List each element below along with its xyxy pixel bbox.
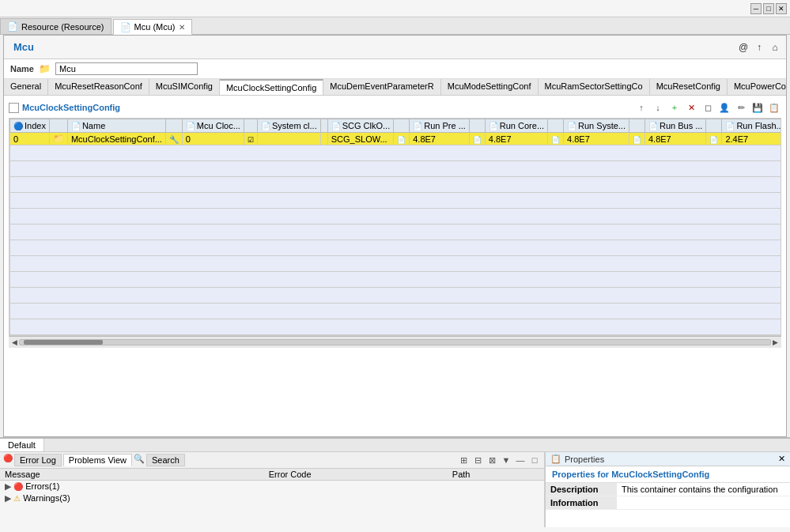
app-toolbar: Mcu @ ↑ ⌂ (4, 36, 786, 59)
app-title: Mcu (9, 38, 39, 56)
col-empty5 (394, 119, 410, 133)
tab-mcuclocksetting[interactable]: McuClockSettingConfig (220, 79, 323, 95)
col-index[interactable]: 🔵Index (10, 119, 50, 133)
copy-icon[interactable]: ◻ (701, 100, 715, 115)
dropdown-icon[interactable]: ▼ (500, 454, 512, 466)
scroll-left-arrow[interactable]: ◀ (10, 338, 19, 346)
col-scg-clko[interactable]: 📄SCG ClkO... (327, 119, 394, 133)
empty-row (10, 319, 782, 335)
tab-bar: 📄 Resource (Resource) 📄 Mcu (Mcu) ✕ (0, 17, 790, 35)
col-run-pre[interactable]: 📄Run Pre ... (410, 119, 470, 133)
error-expand-icon[interactable]: ▶ (5, 481, 11, 491)
tab-general[interactable]: General (4, 79, 48, 95)
tab-error-log[interactable]: Error Log (14, 454, 62, 466)
properties-header: 📋 Properties ✕ (546, 452, 790, 466)
cell-name-icon: 🔧 (165, 133, 182, 145)
tab-resource[interactable]: 📄 Resource (Resource) (0, 18, 112, 34)
col-empty2 (165, 119, 182, 133)
tab-mcupowercontrol[interactable]: McuPowerControlUnit (728, 79, 786, 95)
cell-scg-clko: SCG_SLOW... (327, 133, 394, 145)
close-button[interactable]: ✕ (776, 3, 787, 14)
error-icon: 🔴 (13, 482, 23, 491)
delete-row-icon[interactable]: ✕ (684, 100, 698, 115)
cell-mcu-cloc: 0 (182, 133, 244, 145)
add-row-icon[interactable]: + (667, 100, 682, 115)
col-run-core[interactable]: 📄Run Core... (485, 119, 547, 133)
col-run-bus[interactable]: 📄Run Bus ... (644, 119, 705, 133)
title-bar-controls: ─ □ ✕ (750, 3, 787, 14)
move-up-icon[interactable]: ↑ (634, 100, 648, 115)
scroll-thumb[interactable] (24, 340, 103, 345)
tab-mcuramsector[interactable]: McuRamSectorSettingCo (539, 79, 650, 95)
prop-description-row: Description This container contains the … (546, 483, 790, 496)
problems-left: 🔴 Error Log Problems View 🔍 Search (0, 452, 545, 527)
col-mcu-cloc[interactable]: 📄Mcu Cloc... (182, 119, 244, 133)
name-row: Name 📁 (4, 59, 786, 79)
tab-problems-view[interactable]: Problems View (63, 454, 132, 466)
expand-all-icon[interactable]: ⊞ (457, 454, 470, 466)
error-row[interactable]: ▶ 🔴 Errors(1) (0, 481, 544, 493)
tab-mcu[interactable]: 📄 Mcu (Mcu) ✕ (113, 19, 192, 35)
prop-description-label: Description (546, 483, 617, 496)
col-name[interactable]: 📄Name (67, 119, 165, 133)
col-path[interactable]: Path (448, 469, 544, 481)
col-empty3 (244, 119, 257, 133)
section-checkbox[interactable] (9, 103, 19, 113)
minimize-panel-icon[interactable]: — (514, 454, 527, 466)
user-icon[interactable]: 👤 (717, 100, 731, 115)
col-error-code[interactable]: Error Code (264, 469, 448, 481)
error-log-icon: 🔴 (3, 454, 13, 466)
prop-description-value: This container contains the configuratio… (617, 483, 790, 496)
prop-information-row: Information (546, 496, 790, 510)
col-message[interactable]: Message (0, 469, 264, 481)
section-title[interactable]: McuClockSettingConfig (22, 103, 120, 112)
warning-row[interactable]: ▶ ⚠ Warnings(3) (0, 492, 544, 504)
tab-mcu-label: Mcu (Mcu) (134, 22, 176, 32)
empty-row (10, 145, 782, 161)
error-code-cell (264, 481, 448, 493)
tab-mcu-close[interactable]: ✕ (179, 23, 185, 32)
clipboard-icon[interactable]: 📋 (767, 100, 781, 115)
filter-icon[interactable]: ⊠ (486, 454, 498, 466)
table-row[interactable]: 0 📁 McuClockSettingConf... 🔧 0 ☑ SCG_SLO… (10, 133, 782, 145)
tab-mcusimconfig[interactable]: McuSIMConfig (149, 79, 220, 95)
maximize-button[interactable]: □ (763, 3, 774, 14)
move-down-icon[interactable]: ↓ (651, 100, 665, 115)
minimize-button[interactable]: ─ (750, 3, 762, 14)
name-input[interactable] (55, 62, 198, 75)
scroll-track[interactable] (19, 339, 771, 345)
warning-expand-icon[interactable]: ▶ (5, 493, 11, 503)
tab-mcuresetreason[interactable]: McuResetReasonConf (48, 79, 149, 95)
col-empty6 (469, 119, 485, 133)
maximize-panel-icon[interactable]: □ (528, 454, 541, 466)
tab-mcudemevent[interactable]: McuDemEventParameterR (323, 79, 440, 95)
tab-mcuresetconfig[interactable]: McuResetConfig (650, 79, 728, 95)
cell-run-core: 4.8E7 (485, 133, 547, 145)
at-icon[interactable]: @ (737, 41, 750, 54)
col-run-flash[interactable]: 📄Run Flash... (722, 119, 781, 133)
error-path-cell (448, 481, 544, 493)
cell-index: 0 (10, 133, 50, 145)
collapse-all-icon[interactable]: ⊟ (471, 454, 484, 466)
cell-run-flash: 2.4E7 (722, 133, 781, 145)
tab-search[interactable]: Search (146, 454, 185, 466)
col-system-cl[interactable]: 📄System cl... (257, 119, 320, 133)
col-empty4 (320, 119, 327, 133)
home-icon[interactable]: ⌂ (769, 41, 781, 54)
properties-close-icon[interactable]: ✕ (778, 454, 785, 464)
save-icon[interactable]: 💾 (750, 100, 765, 115)
tab-default[interactable]: Default (0, 439, 44, 451)
col-run-syste1[interactable]: 📄Run Syste... (564, 119, 629, 133)
edit-icon[interactable]: ✏ (734, 100, 748, 115)
name-folder-icon[interactable]: 📁 (39, 63, 51, 74)
scroll-right-arrow[interactable]: ▶ (771, 338, 780, 346)
col-empty9 (706, 119, 722, 133)
up-icon[interactable]: ↑ (753, 41, 765, 54)
cell-run-bus-icon: 📄 (706, 133, 722, 145)
tab-mcumodesetting[interactable]: McuModeSettingConf (441, 79, 539, 95)
properties-table: Description This container contains the … (546, 483, 790, 510)
empty-row (10, 272, 782, 288)
empty-row (10, 304, 782, 319)
cell-mcu-icon: ☑ (244, 133, 257, 145)
cell-folder-icon: 📁 (49, 133, 67, 145)
